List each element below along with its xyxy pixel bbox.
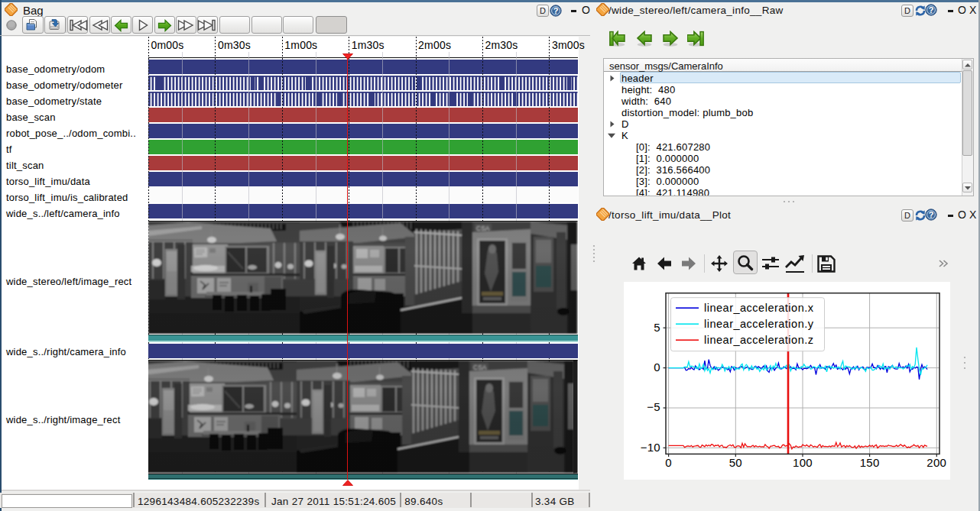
svg-text:5: 5 — [654, 320, 660, 333]
svg-text:50: 50 — [729, 456, 742, 469]
svg-text:?: ? — [553, 6, 559, 15]
svg-text:linear_acceleration.z: linear_acceleration.z — [704, 333, 814, 345]
svg-text:150: 150 — [860, 456, 880, 469]
svg-text:linear_acceleration.y: linear_acceleration.y — [704, 317, 814, 329]
svg-text:100: 100 — [793, 456, 813, 469]
svg-text:0: 0 — [654, 361, 660, 374]
svg-text:?: ? — [929, 210, 934, 219]
svg-text:−10: −10 — [641, 441, 660, 454]
svg-text:linear_acceleration.x: linear_acceleration.x — [704, 301, 814, 313]
svg-text:−5: −5 — [647, 400, 660, 413]
svg-text:?: ? — [929, 5, 934, 15]
svg-text:0: 0 — [665, 456, 672, 469]
svg-text:200: 200 — [926, 456, 946, 469]
